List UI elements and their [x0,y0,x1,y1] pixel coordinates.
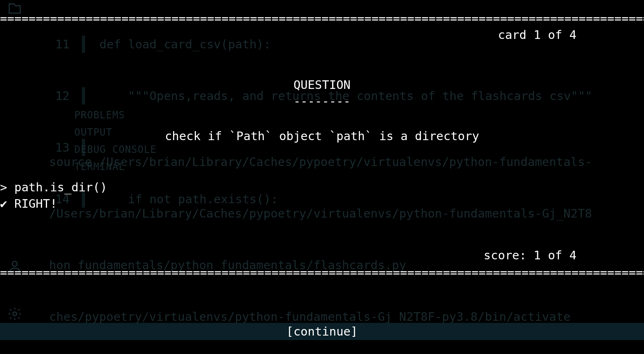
continue-label: [continue] [286,324,358,338]
question-text: check if `Path` object `path` is a direc… [0,129,644,143]
answer-line[interactable]: > path.is_dir() [0,180,107,194]
user-answer: path.is_dir() [14,180,107,194]
question-label: QUESTION [0,78,644,92]
feedback-line: ✔ RIGHT! [0,197,57,211]
feedback-text: RIGHT! [14,197,57,211]
flashcard-overlay: ========================================… [0,0,644,354]
check-icon: ✔ [0,197,14,211]
answer-prompt-prefix: > [0,180,14,194]
card-index: card 1 of 4 [498,28,576,42]
continue-button[interactable]: [continue] [0,323,644,340]
score-text: score: 1 of 4 [484,248,576,262]
rule-bottom: ========================================… [0,266,644,279]
rule-top: ========================================… [0,11,644,25]
question-underline: -------- [0,94,644,108]
